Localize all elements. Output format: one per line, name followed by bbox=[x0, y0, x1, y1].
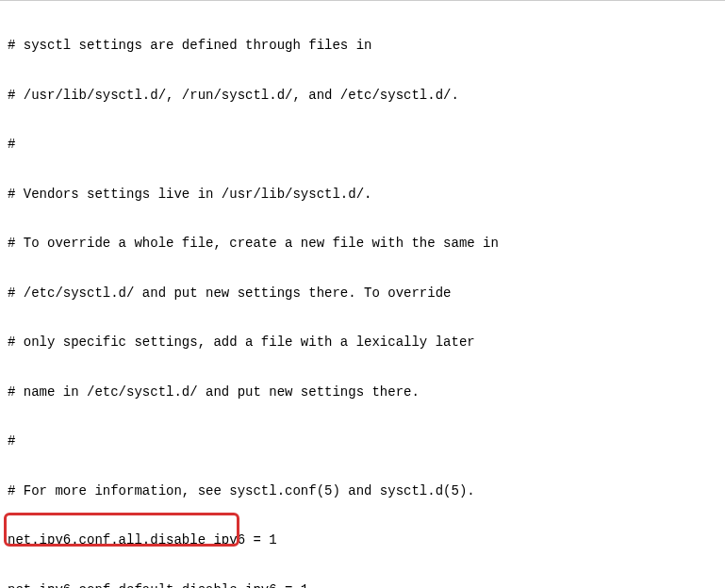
config-line: # /etc/sysctl.d/ and put new settings th… bbox=[8, 286, 717, 302]
config-line: # name in /etc/sysctl.d/ and put new set… bbox=[8, 384, 717, 401]
config-line: # sysctl settings are defined through fi… bbox=[8, 38, 717, 55]
terminal-editor-content[interactable]: # sysctl settings are defined through fi… bbox=[0, 1, 725, 588]
config-line: net.ipv6.conf.all.disable_ipv6 = 1 bbox=[8, 532, 717, 549]
config-line: # Vendors settings live in /usr/lib/sysc… bbox=[8, 187, 717, 204]
config-line: # bbox=[8, 137, 717, 154]
config-line: # For more information, see sysctl.conf(… bbox=[8, 483, 717, 500]
config-line: # /usr/lib/sysctl.d/, /run/sysctl.d/, an… bbox=[8, 88, 717, 105]
config-line: # only specific settings, add a file wit… bbox=[8, 335, 717, 351]
config-line: net.ipv6.conf.default.disable_ipv6 = 1 bbox=[8, 582, 717, 589]
config-line: # bbox=[8, 433, 717, 450]
config-line: # To override a whole file, create a new… bbox=[8, 236, 717, 253]
